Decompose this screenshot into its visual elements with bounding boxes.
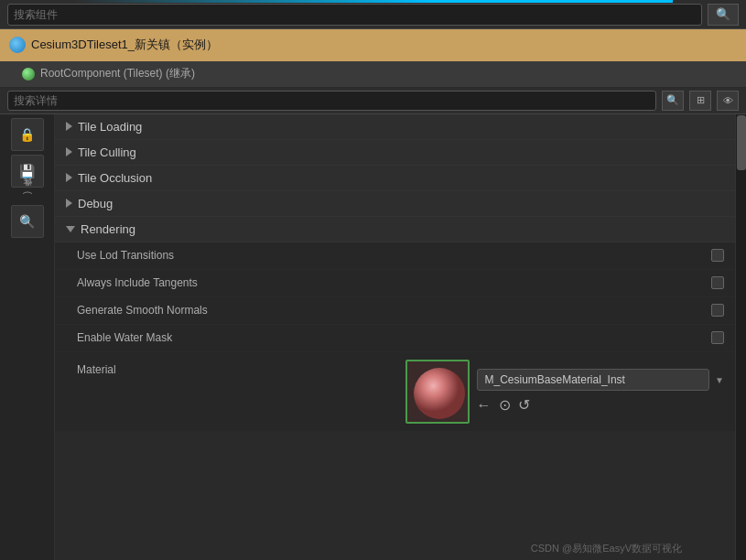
always-include-tangents-value — [711, 276, 724, 289]
details-bar: 🔍 ⊞ 👁 — [0, 88, 746, 114]
enable-water-mask-checkbox[interactable] — [711, 331, 724, 344]
material-info: M_CesiumBaseMaterial_Inst ▼ ← ⊙ ↺ — [477, 369, 725, 414]
svg-point-1 — [414, 368, 465, 419]
material-arrow-left-button[interactable]: ← — [477, 397, 492, 414]
material-name: M_CesiumBaseMaterial_Inst — [477, 369, 710, 391]
property-generate-smooth-normals: Generate Smooth Normals — [55, 297, 735, 325]
section-tile-loading[interactable]: Tile Loading — [55, 114, 735, 140]
sub-component-row: RootComponent (Tileset) (继承) — [0, 61, 746, 88]
left-sidebar: 🔒 💾 永久性) 🔍 — [0, 114, 55, 560]
rendering-triangle — [66, 226, 75, 232]
section-tile-culling[interactable]: Tile Culling — [55, 140, 735, 166]
component-name: Cesium3DTileset1_新关镇（实例） — [31, 37, 218, 53]
tile-occlusion-label: Tile Occlusion — [78, 171, 152, 185]
grid-icon-button[interactable]: ⊞ — [689, 91, 711, 111]
watermark: CSDN @易知微EasyV数据可视化 — [531, 542, 682, 555]
material-actions: ← ⊙ ↺ — [477, 396, 725, 414]
right-scrollbar[interactable] — [735, 114, 746, 560]
tile-occlusion-triangle — [66, 173, 72, 182]
enable-water-mask-value — [711, 331, 724, 344]
save-button[interactable]: 💾 — [11, 155, 44, 188]
main-content: 🔒 💾 永久性) 🔍 Tile Loading Tile Culling — [0, 114, 746, 560]
sub-component-name: RootComponent (Tileset) (继承) — [40, 66, 195, 81]
material-name-row: M_CesiumBaseMaterial_Inst ▼ — [477, 369, 725, 391]
tile-culling-triangle — [66, 147, 72, 156]
always-include-tangents-checkbox[interactable] — [711, 276, 724, 289]
debug-label: Debug — [78, 197, 113, 210]
properties-panel: Tile Loading Tile Culling Tile Occlusion… — [55, 114, 735, 560]
search-icon-button[interactable]: 🔍 — [662, 91, 684, 111]
rendering-label: Rendering — [81, 222, 135, 236]
sub-component-icon — [22, 68, 35, 81]
tile-culling-label: Tile Culling — [78, 145, 136, 159]
component-search-bar: 🔍 — [0, 0, 746, 29]
section-debug[interactable]: Debug — [55, 191, 735, 217]
generate-smooth-normals-value — [711, 304, 724, 317]
use-lod-transitions-checkbox[interactable] — [711, 249, 724, 262]
debug-triangle — [66, 199, 72, 208]
use-lod-transitions-value — [711, 249, 724, 262]
generate-smooth-normals-checkbox[interactable] — [711, 304, 724, 317]
scrollbar-thumb[interactable] — [737, 115, 746, 170]
component-search-input[interactable] — [14, 8, 696, 21]
material-preview — [405, 360, 470, 424]
eye-icon-button[interactable]: 👁 — [717, 91, 739, 111]
material-property-row: Material — [55, 352, 735, 432]
property-enable-water-mask: Enable Water Mask — [55, 325, 735, 352]
material-refresh-button[interactable]: ↺ — [518, 396, 530, 414]
material-search-button[interactable]: ⊙ — [499, 396, 511, 414]
component-search-box[interactable] — [7, 4, 702, 26]
progress-bar — [73, 0, 673, 3]
always-include-tangents-label: Always Include Tangents — [77, 276, 711, 289]
details-search-input[interactable] — [14, 94, 650, 107]
material-dropdown-arrow[interactable]: ▼ — [715, 375, 724, 385]
search-sidebar-btn[interactable]: 🔍 — [11, 205, 44, 238]
tile-loading-triangle — [66, 122, 72, 131]
enable-water-mask-label: Enable Water Mask — [77, 331, 711, 344]
material-label: Material — [77, 360, 396, 376]
property-always-include-tangents: Always Include Tangents — [55, 270, 735, 297]
tile-loading-label: Tile Loading — [78, 120, 142, 134]
permanent-label: 永久性) — [21, 191, 34, 194]
component-search-button[interactable]: 🔍 — [708, 4, 739, 26]
details-search-box[interactable] — [7, 91, 656, 111]
section-tile-occlusion[interactable]: Tile Occlusion — [55, 166, 735, 191]
generate-smooth-normals-label: Generate Smooth Normals — [77, 304, 711, 317]
section-rendering[interactable]: Rendering — [55, 217, 735, 242]
property-use-lod-transitions: Use Lod Transitions — [55, 242, 735, 270]
component-icon — [9, 37, 26, 53]
lock-button[interactable]: 🔒 — [11, 118, 44, 151]
component-row: Cesium3DTileset1_新关镇（实例） — [0, 29, 746, 61]
use-lod-transitions-label: Use Lod Transitions — [77, 249, 711, 262]
